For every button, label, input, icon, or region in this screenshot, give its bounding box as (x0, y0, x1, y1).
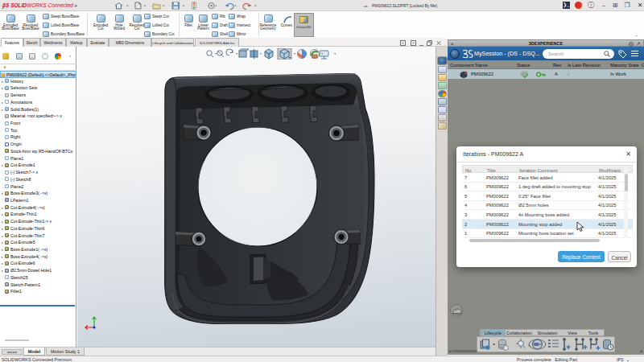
svg-text:3D: 3D (534, 342, 539, 347)
